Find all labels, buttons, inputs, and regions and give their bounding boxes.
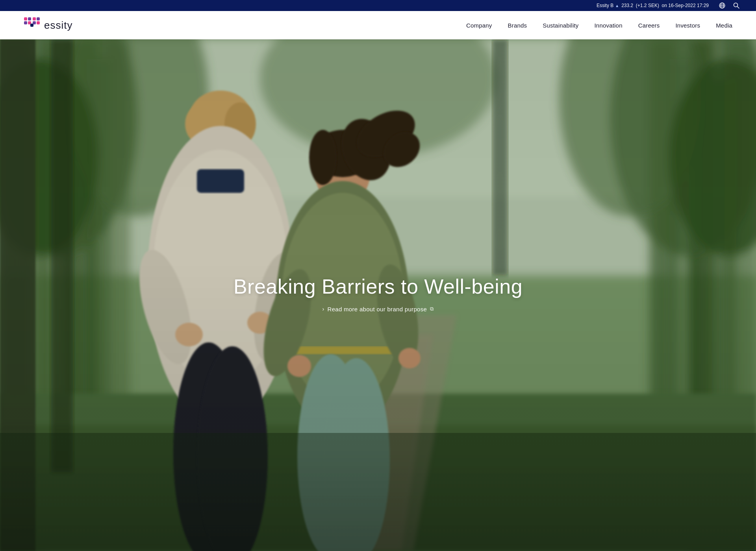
hero-section: Breaking Barriers to Well-being › Read m… bbox=[0, 39, 756, 551]
search-icon[interactable] bbox=[732, 2, 740, 9]
svg-line-6 bbox=[737, 7, 739, 9]
hero-link-text: Read more about our brand purpose bbox=[328, 306, 427, 312]
top-bar-icons bbox=[718, 2, 740, 9]
logo-text: essity bbox=[44, 19, 72, 31]
hero-link-arrow: › bbox=[322, 306, 324, 312]
svg-rect-15 bbox=[30, 24, 33, 27]
globe-icon[interactable] bbox=[718, 2, 726, 9]
svg-rect-9 bbox=[24, 21, 27, 24]
stock-price: 233.2 (+1.2 SEK) on 16-Sep-2022 17:29 bbox=[621, 3, 709, 8]
essity-logo-icon bbox=[24, 17, 40, 33]
nav-media[interactable]: Media bbox=[716, 22, 732, 29]
stock-ticker-name[interactable]: Essity B ▲ bbox=[597, 3, 619, 8]
top-bar: Essity B ▲ 233.2 (+1.2 SEK) on 16-Sep-20… bbox=[0, 0, 756, 11]
svg-rect-14 bbox=[37, 21, 40, 24]
nav-careers[interactable]: Careers bbox=[638, 22, 660, 29]
stock-ticker-area: Essity B ▲ 233.2 (+1.2 SEK) on 16-Sep-20… bbox=[597, 3, 709, 8]
nav-innovation[interactable]: Innovation bbox=[594, 22, 622, 29]
nav-investors[interactable]: Investors bbox=[675, 22, 700, 29]
svg-rect-7 bbox=[24, 17, 27, 20]
nav-company[interactable]: Company bbox=[466, 22, 492, 29]
nav-links: Company Brands Sustainability Innovation… bbox=[466, 22, 732, 29]
main-navigation: essity Company Brands Sustainability Inn… bbox=[0, 11, 756, 39]
nav-brands[interactable]: Brands bbox=[508, 22, 527, 29]
ticker-chevron-icon: ▲ bbox=[615, 4, 619, 8]
svg-rect-8 bbox=[28, 17, 31, 20]
hero-brand-purpose-link[interactable]: › Read more about our brand purpose ⧉ bbox=[322, 306, 434, 312]
external-link-icon: ⧉ bbox=[430, 306, 434, 312]
hero-content: Breaking Barriers to Well-being › Read m… bbox=[233, 275, 523, 312]
logo-link[interactable]: essity bbox=[24, 17, 72, 33]
svg-rect-12 bbox=[37, 17, 40, 20]
hero-title: Breaking Barriers to Well-being bbox=[233, 275, 523, 298]
nav-sustainability[interactable]: Sustainability bbox=[543, 22, 578, 29]
svg-rect-11 bbox=[33, 17, 36, 20]
